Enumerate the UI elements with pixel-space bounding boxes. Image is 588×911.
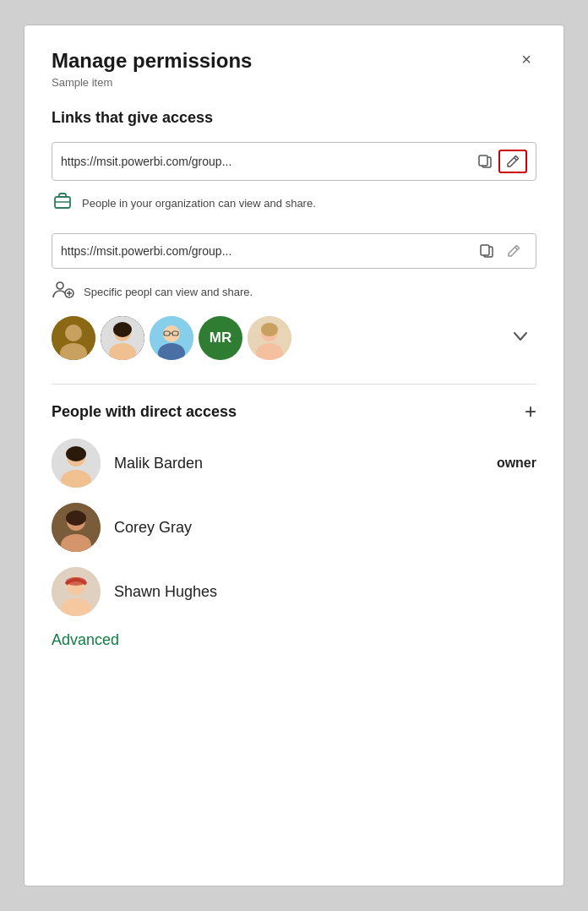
person-role-malik: owner (497, 456, 536, 471)
expand-avatars-button[interactable] (504, 324, 536, 353)
avatar-corey (52, 503, 101, 552)
avatar-row: MR (52, 316, 536, 360)
avatar-img-2 (101, 316, 144, 360)
copy-button-2[interactable] (473, 241, 500, 261)
copy-button-1[interactable] (471, 151, 498, 172)
person-row-corey: Corey Gray (52, 503, 536, 552)
direct-access-title: People with direct access (52, 403, 237, 421)
link-desc-text-1: People in your organization can view and… (82, 197, 316, 210)
edit-icon-1 (504, 153, 521, 170)
avatar-3 (150, 316, 193, 360)
avatar-shawn (52, 567, 101, 616)
avatar-img-3 (150, 316, 193, 360)
link-block-1: https://msit.powerbi.com/group... (52, 142, 536, 216)
edit-button-1[interactable] (498, 150, 527, 173)
panel-header: Manage permissions × (52, 49, 536, 73)
svg-rect-5 (481, 245, 489, 255)
svg-point-34 (66, 510, 86, 526)
avatar-1 (52, 316, 95, 360)
svg-point-11 (65, 325, 82, 341)
person-row-malik: Malik Barden owner (52, 439, 536, 488)
svg-rect-1 (479, 155, 487, 166)
svg-point-30 (66, 446, 86, 461)
link-row-2: https://msit.powerbi.com/group... (52, 233, 536, 269)
avatar-img-shawn (52, 567, 101, 616)
person-name-corey: Corey Gray (114, 519, 523, 537)
avatar-img-malik (52, 439, 101, 488)
org-icon-1 (52, 189, 74, 216)
edit-button-2[interactable] (500, 241, 527, 261)
svg-point-38 (66, 577, 86, 586)
people-icon-2 (52, 277, 75, 306)
link-url-2: https://msit.powerbi.com/group... (61, 244, 473, 258)
add-person-button[interactable]: + (525, 401, 536, 422)
avatar-2 (101, 316, 144, 360)
section-divider (52, 384, 536, 385)
copy-icon-1 (476, 153, 493, 170)
avatar-5 (248, 316, 291, 360)
person-name-shawn: Shawn Hughes (114, 583, 523, 601)
avatar-initials-4: MR (210, 330, 231, 346)
panel-subtitle: Sample item (52, 76, 536, 89)
briefcase-icon (52, 189, 74, 211)
link-row-1: https://msit.powerbi.com/group... (52, 142, 536, 181)
people-add-icon (52, 277, 75, 301)
link-block-2: https://msit.powerbi.com/group... (52, 233, 536, 360)
link-desc-1: People in your organization can view and… (52, 189, 536, 216)
person-row-shawn: Shawn Hughes (52, 567, 536, 616)
manage-permissions-panel: Manage permissions × Sample item Links t… (24, 25, 564, 886)
close-button[interactable]: × (516, 49, 536, 69)
avatar-4: MR (199, 316, 242, 360)
avatar-img-1 (52, 316, 95, 360)
edit-icon-2 (505, 243, 522, 259)
svg-point-26 (261, 323, 278, 336)
advanced-button[interactable]: Advanced (52, 631, 119, 649)
svg-point-16 (113, 322, 132, 337)
avatar-img-5 (248, 316, 291, 360)
direct-access-header: People with direct access + (52, 401, 536, 422)
avatar-malik (52, 439, 101, 488)
chevron-down-icon (511, 327, 530, 346)
link-desc-text-2: Specific peopl can view and share. (84, 286, 253, 298)
avatar-img-corey (52, 503, 101, 552)
panel-title: Manage permissions (52, 49, 252, 73)
copy-icon-2 (478, 243, 495, 259)
link-url-1: https://msit.powerbi.com/group... (61, 155, 471, 168)
svg-point-6 (57, 282, 63, 289)
person-name-malik: Malik Barden (114, 455, 483, 472)
link-desc-2: Specific peopl can view and share. (52, 277, 536, 306)
links-section-title: Links that give access (52, 109, 536, 127)
